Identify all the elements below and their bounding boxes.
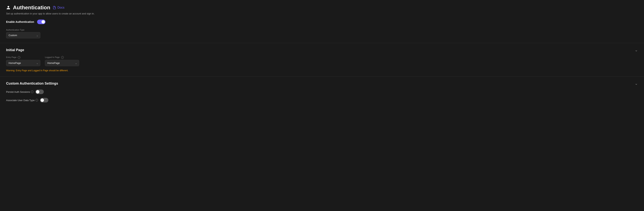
entry-page-label: Entry Page i bbox=[6, 56, 40, 59]
associate-user-data-slider bbox=[40, 98, 48, 102]
enable-auth-row: Enable Authentication bbox=[6, 19, 638, 24]
auth-type-label: Authentication Type bbox=[6, 29, 638, 31]
enable-auth-label: Enable Authentication bbox=[6, 20, 34, 23]
page-title: Authentication bbox=[13, 4, 50, 11]
custom-auth-collapse-icon[interactable]: ⌄ bbox=[635, 81, 638, 86]
persist-sessions-info-icon[interactable]: i bbox=[31, 90, 34, 93]
associate-user-data-label: Associate User Data Type i bbox=[6, 99, 38, 102]
persist-sessions-toggle[interactable] bbox=[36, 90, 44, 94]
logged-in-page-select[interactable]: HomePage Dashboard Profile bbox=[45, 60, 79, 66]
enable-auth-toggle[interactable] bbox=[37, 19, 46, 24]
header-title-row: Authentication Docs bbox=[6, 4, 638, 11]
docs-link[interactable]: Docs bbox=[52, 6, 64, 9]
enable-auth-slider bbox=[37, 19, 46, 24]
initial-page-fields: Entry Page i HomePage LoginPage SignupPa… bbox=[6, 56, 638, 66]
logged-in-page-group: Logged In Page i HomePage Dashboard Prof… bbox=[45, 56, 79, 66]
associate-user-data-info-icon[interactable]: i bbox=[36, 99, 38, 102]
entry-page-select-wrapper: HomePage LoginPage SignupPage ⌄ bbox=[6, 60, 40, 66]
logged-in-page-info-icon[interactable]: i bbox=[61, 56, 64, 59]
initial-page-collapse-icon[interactable]: ⌄ bbox=[635, 48, 638, 52]
custom-auth-section: Custom Authentication Settings ⌄ Persist… bbox=[6, 77, 638, 111]
entry-page-group: Entry Page i HomePage LoginPage SignupPa… bbox=[6, 56, 40, 66]
entry-page-info-icon[interactable]: i bbox=[18, 56, 20, 59]
header-section: Authentication Docs Set up authenticatio… bbox=[6, 4, 638, 15]
entry-page-select[interactable]: HomePage LoginPage SignupPage bbox=[6, 60, 40, 66]
initial-page-section: Initial Page ⌄ Entry Page i HomePage Log… bbox=[6, 43, 638, 76]
initial-page-title: Initial Page bbox=[6, 48, 24, 52]
logged-in-page-select-wrapper: HomePage Dashboard Profile ⌄ bbox=[45, 60, 79, 66]
auth-type-section: Authentication Type Custom Firebase Auth… bbox=[6, 29, 638, 38]
persist-sessions-row: Persist Auth Sessions i bbox=[6, 90, 638, 94]
logged-in-page-label: Logged In Page i bbox=[45, 56, 79, 59]
warning-text: Warning: Entry Page and Logged In Page s… bbox=[6, 69, 638, 72]
auth-type-select-wrapper: Custom Firebase Auth0 Supabase ⌄ bbox=[6, 32, 40, 38]
page-subtitle: Set up authentication in your app to all… bbox=[6, 12, 638, 15]
persist-sessions-slider bbox=[36, 90, 44, 94]
associate-user-data-row: Associate User Data Type i bbox=[6, 98, 638, 102]
auth-type-select[interactable]: Custom Firebase Auth0 Supabase bbox=[6, 32, 40, 38]
custom-auth-title: Custom Authentication Settings bbox=[6, 82, 58, 86]
docs-label: Docs bbox=[58, 6, 64, 9]
person-icon bbox=[6, 5, 11, 10]
custom-auth-header: Custom Authentication Settings ⌄ bbox=[6, 81, 638, 86]
associate-user-data-toggle[interactable] bbox=[40, 98, 48, 102]
persist-sessions-label: Persist Auth Sessions i bbox=[6, 90, 34, 93]
initial-page-header: Initial Page ⌄ bbox=[6, 48, 638, 52]
